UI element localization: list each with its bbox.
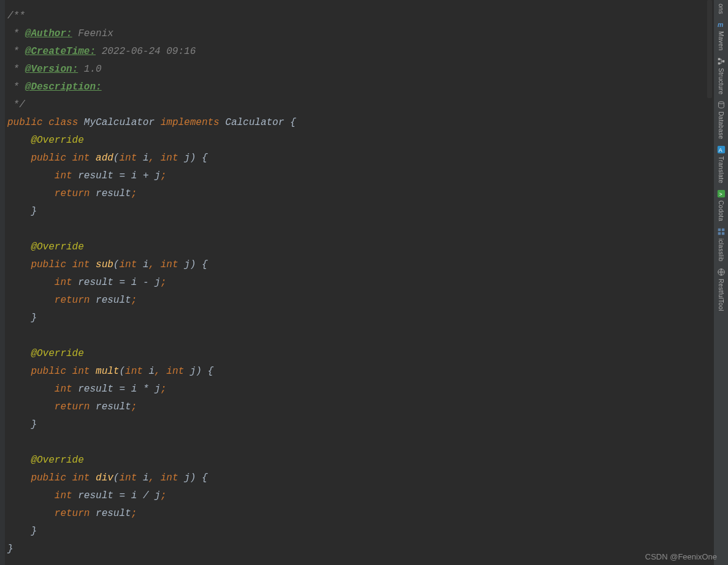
tool-database[interactable]: Database xyxy=(717,100,726,139)
kw-class: class xyxy=(48,117,78,128)
tool-label: RestfulTool xyxy=(718,279,724,311)
doc-open: /** xyxy=(7,10,25,21)
code-editor[interactable]: /** * @Author: Feenix * @CreateTime: 202… xyxy=(5,0,713,565)
code-content[interactable]: /** * @Author: Feenix * @CreateTime: 202… xyxy=(5,7,713,558)
method-mult: mult xyxy=(96,366,119,377)
svg-point-4 xyxy=(718,102,724,104)
doc-author-tag: @Author: xyxy=(25,28,72,39)
svg-rect-10 xyxy=(721,229,724,231)
kw-public: public xyxy=(7,117,43,128)
doc-version-tag: @Version: xyxy=(25,64,78,75)
svg-rect-1 xyxy=(718,58,720,60)
svg-text:m: m xyxy=(717,21,722,28)
class-name: MyCalculator xyxy=(84,117,155,128)
doc-star: * xyxy=(7,28,25,39)
tool-restfultool[interactable]: RestfulTool xyxy=(717,268,726,311)
tool-codota[interactable]: > Codota xyxy=(717,189,726,221)
iface-name: Calculator xyxy=(225,117,284,128)
doc-desc-tag: @Description: xyxy=(25,82,102,93)
tool-translate[interactable]: A Translate xyxy=(717,145,726,183)
editor-scrollbar[interactable] xyxy=(706,0,713,565)
svg-text:A: A xyxy=(718,147,722,153)
svg-rect-3 xyxy=(722,60,724,63)
database-icon xyxy=(717,100,726,109)
ide-window: /** * @Author: Feenix * @CreateTime: 202… xyxy=(0,0,728,565)
method-add: add xyxy=(96,153,113,164)
kw-implements: implements xyxy=(161,117,220,128)
tool-iclasslib[interactable]: iclasslib xyxy=(717,227,726,262)
tool-ons[interactable]: ons xyxy=(718,4,724,14)
globe-icon xyxy=(717,268,726,276)
editor-gutter xyxy=(0,0,5,565)
tool-label: Maven xyxy=(718,31,724,51)
tool-label: iclasslib xyxy=(718,238,724,262)
svg-rect-12 xyxy=(721,232,724,235)
grid-icon xyxy=(717,227,726,236)
tool-label: Codota xyxy=(718,200,724,221)
doc-create-tag: @CreateTime: xyxy=(25,46,96,57)
tool-label: Translate xyxy=(718,156,724,183)
translate-icon: A xyxy=(717,145,726,154)
tool-label: Structure xyxy=(718,68,724,94)
tool-maven[interactable]: m Maven xyxy=(717,20,726,51)
override-annotation: @Override xyxy=(31,135,83,146)
svg-text:>: > xyxy=(719,191,722,197)
tool-label: ons xyxy=(718,4,724,14)
tool-structure[interactable]: Structure xyxy=(717,57,726,94)
doc-author-val: Feenix xyxy=(72,28,113,39)
doc-close: */ xyxy=(7,99,25,110)
tool-label: Database xyxy=(718,112,724,139)
svg-rect-9 xyxy=(718,229,720,231)
method-sub: sub xyxy=(96,259,113,270)
svg-rect-11 xyxy=(718,232,720,235)
maven-icon: m xyxy=(717,20,726,29)
svg-rect-2 xyxy=(718,62,720,64)
doc-create-val: 2022-06-24 09:16 xyxy=(96,46,196,57)
right-tool-strip: ons m Maven Structure Database A Transla… xyxy=(713,0,728,565)
scrollbar-thumb[interactable] xyxy=(707,0,712,98)
doc-version-val: 1.0 xyxy=(78,64,101,75)
watermark: CSDN @FeenixOne xyxy=(645,552,717,561)
codota-icon: > xyxy=(717,189,726,198)
structure-icon xyxy=(717,57,726,66)
method-div: div xyxy=(96,472,113,483)
